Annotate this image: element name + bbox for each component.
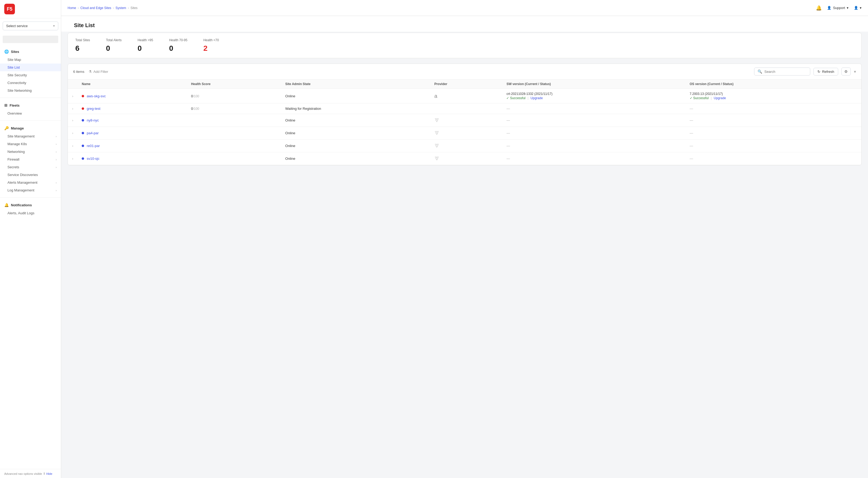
hide-link[interactable]: Hide bbox=[46, 472, 53, 475]
amazon-icon: a bbox=[434, 93, 437, 99]
expand-icon[interactable]: ▾ bbox=[854, 69, 856, 74]
row-admin-state-cell: Waiting for Registration bbox=[281, 103, 430, 114]
row-os-version-cell: 7.2003.13 (2021/11/17) ✓ Successful | Up… bbox=[685, 89, 861, 103]
fleets-section-header[interactable]: ⊞ Fleets bbox=[0, 101, 61, 109]
breadcrumb-system[interactable]: System bbox=[116, 6, 126, 10]
stat-total-alerts-label: Total Alerts bbox=[106, 38, 122, 42]
chevron-down-icon: ▾ bbox=[53, 24, 55, 28]
support-button[interactable]: 👤 Support ▾ bbox=[827, 6, 848, 10]
volterra-icon: ⩔ bbox=[434, 156, 440, 161]
settings-button[interactable]: ⚙ bbox=[841, 68, 851, 75]
refresh-label: Refresh bbox=[822, 70, 834, 74]
sidebar-item-notifications-sub[interactable]: Alerts, Audit Logs bbox=[0, 209, 61, 217]
user-menu[interactable]: 👤 ▾ bbox=[854, 6, 862, 10]
sidebar-item-site-management[interactable]: Site Management › bbox=[0, 132, 61, 140]
admin-state-text: Online bbox=[285, 118, 296, 122]
stat-health-95-value: 0 bbox=[137, 44, 153, 53]
site-name-link[interactable]: greg-test bbox=[87, 107, 100, 111]
breadcrumb-cloud[interactable]: Cloud and Edge Sites bbox=[80, 6, 111, 10]
os-upgrade-link[interactable]: Upgrade bbox=[714, 96, 726, 100]
sidebar-item-site-map[interactable]: Site Map bbox=[0, 56, 61, 64]
sidebar-item-firewall[interactable]: Firewall › bbox=[0, 156, 61, 163]
service-select-dropdown[interactable]: Select service ▾ bbox=[3, 22, 58, 30]
admin-state-text: Online bbox=[285, 144, 296, 148]
row-provider-cell: ⩔ bbox=[430, 114, 502, 127]
support-person-icon: 👤 bbox=[827, 6, 831, 10]
row-expand-cell: › bbox=[68, 114, 78, 127]
sw-dash: — bbox=[506, 118, 510, 122]
row-expand-chevron[interactable]: › bbox=[72, 144, 73, 148]
fleets-section: ⊞ Fleets Overview bbox=[0, 99, 61, 120]
search-box[interactable]: 🔍 bbox=[754, 68, 810, 75]
sidebar-divider-1 bbox=[0, 98, 61, 98]
sites-section-header[interactable]: 🌐 Sites bbox=[0, 47, 61, 56]
chevron-right-icon: › bbox=[56, 150, 57, 153]
row-expand-cell: › bbox=[68, 140, 78, 152]
row-name-cell: pa4-par bbox=[78, 127, 187, 140]
sidebar-item-site-security[interactable]: Site Security bbox=[0, 71, 61, 79]
table-row: › sv10-sjc Online ⩔ — — bbox=[68, 152, 861, 165]
filter-icon: ⚗ bbox=[89, 70, 92, 74]
row-expand-chevron[interactable]: › bbox=[72, 118, 73, 122]
sw-dash: — bbox=[506, 107, 510, 111]
sidebar-item-alerts-management[interactable]: Alerts Management › bbox=[0, 179, 61, 186]
os-status-row: ✓ Successful | Upgrade bbox=[690, 96, 857, 100]
admin-state-text: Online bbox=[285, 94, 296, 98]
manage-section-header[interactable]: 🔑 Manage bbox=[0, 124, 61, 132]
stat-total-sites-label: Total Sites bbox=[75, 38, 90, 42]
gear-icon: ⚙ bbox=[844, 69, 848, 74]
row-admin-state-cell: Online bbox=[281, 152, 430, 165]
sidebar-item-site-list[interactable]: Site List bbox=[0, 64, 61, 71]
main-area: Home › Cloud and Edge Sites › System › S… bbox=[61, 0, 868, 478]
sidebar-item-manage-k8s[interactable]: Manage K8s › bbox=[0, 140, 61, 148]
sw-dash: — bbox=[506, 131, 510, 135]
sites-section: 🌐 Sites Site Map Site List Site Security… bbox=[0, 45, 61, 97]
sidebar-item-service-discoveries[interactable]: Service Discoveries bbox=[0, 171, 61, 179]
notifications-section: 🔔 Notifications Alerts, Audit Logs bbox=[0, 199, 61, 219]
toolbar-right: 🔍 ↻ Refresh ⚙ ▾ bbox=[754, 68, 856, 75]
site-name-link[interactable]: re01-par bbox=[87, 144, 100, 148]
notification-bell-icon[interactable]: 🔔 bbox=[816, 5, 822, 11]
sidebar-item-networking[interactable]: Networking › bbox=[0, 148, 61, 156]
row-expand-chevron[interactable]: › bbox=[72, 107, 73, 111]
row-expand-chevron[interactable]: › bbox=[72, 131, 73, 135]
site-name-link[interactable]: ny8-nyc bbox=[87, 118, 99, 122]
breadcrumb-sep-2: › bbox=[113, 6, 114, 10]
col-sw-version: SW version (Current / Status) bbox=[502, 79, 685, 89]
row-health-cell bbox=[187, 152, 281, 165]
refresh-button[interactable]: ↻ Refresh bbox=[813, 68, 838, 75]
sidebar-item-log-management[interactable]: Log Management › bbox=[0, 186, 61, 194]
bell-icon: 🔔 bbox=[4, 203, 9, 207]
items-count: 6 items bbox=[73, 70, 84, 74]
f5-logo[interactable]: F5 bbox=[4, 4, 15, 14]
sidebar-item-secrets[interactable]: Secrets › bbox=[0, 163, 61, 171]
refresh-icon: ↻ bbox=[817, 70, 820, 74]
notifications-section-header[interactable]: 🔔 Notifications bbox=[0, 201, 61, 209]
site-name-link[interactable]: pa4-par bbox=[87, 131, 99, 135]
table-row: › greg-test 0/100 Waiting for Registrati… bbox=[68, 103, 861, 114]
admin-state-text: Waiting for Registration bbox=[285, 107, 321, 111]
row-os-version-cell: — bbox=[685, 103, 861, 114]
logo-text: F5 bbox=[7, 6, 12, 12]
row-sw-version-cell: — bbox=[502, 114, 685, 127]
row-expand-chevron[interactable]: › bbox=[72, 94, 73, 98]
sidebar-item-connectivity[interactable]: Connectivity bbox=[0, 79, 61, 87]
sw-upgrade-link[interactable]: Upgrade bbox=[531, 96, 543, 100]
volterra-icon: ⩔ bbox=[434, 117, 440, 123]
site-name-link[interactable]: sv10-sjc bbox=[87, 157, 99, 161]
breadcrumb-home[interactable]: Home bbox=[68, 6, 76, 10]
search-input[interactable] bbox=[764, 70, 807, 74]
site-name-link[interactable]: aws-skg-svc bbox=[87, 94, 106, 98]
col-admin-state: Site Admin State bbox=[281, 79, 430, 89]
stats-row: Total Sites 6 Total Alerts 0 Health >95 … bbox=[68, 33, 862, 58]
add-filter-button[interactable]: ⚗ Add Filter bbox=[89, 70, 108, 74]
row-os-version-cell: — bbox=[685, 152, 861, 165]
breadcrumb-sep-1: › bbox=[78, 6, 79, 10]
row-expand-chevron[interactable]: › bbox=[72, 157, 73, 161]
status-dot bbox=[82, 119, 84, 122]
admin-state-text: Online bbox=[285, 157, 296, 161]
sidebar-item-site-networking[interactable]: Site Networking bbox=[0, 87, 61, 94]
sidebar-item-fleets-overview[interactable]: Overview bbox=[0, 109, 61, 117]
health-score-value: 0/100 bbox=[191, 107, 199, 111]
row-name-cell: ny8-nyc bbox=[78, 114, 187, 127]
